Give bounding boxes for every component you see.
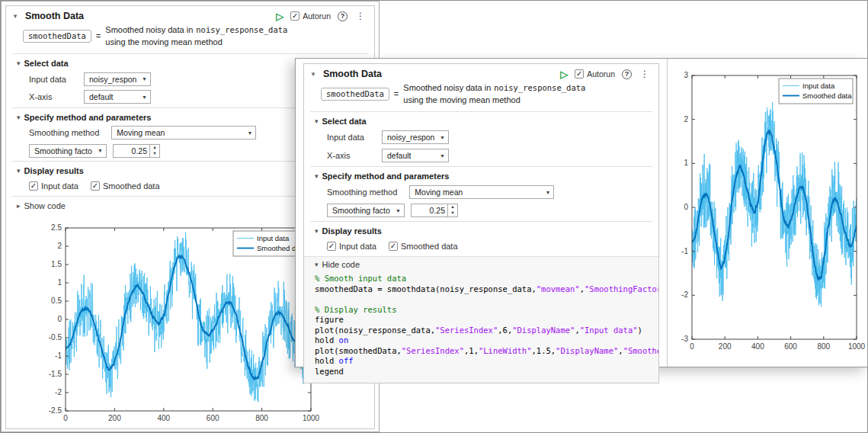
autorun-checkbox[interactable]: ✓ Autorun	[290, 11, 331, 21]
svg-text:0: 0	[63, 414, 68, 422]
section-select-data[interactable]: ▾ Select data	[304, 114, 658, 128]
input-data-checkbox[interactable]: ✓ Input data	[327, 242, 376, 251]
svg-text:-1: -1	[681, 247, 688, 255]
svg-text:Smoothed data: Smoothed data	[802, 91, 852, 100]
summary-prefix: Smoothed noisy data in	[403, 83, 491, 92]
output-variable-chip[interactable]: smoothedData	[23, 30, 91, 43]
autorun-checkbox-box[interactable]: ✓	[575, 69, 584, 79]
spinner-down-icon[interactable]: ▼	[450, 210, 454, 216]
summary-prefix: Smoothed noisy data in	[105, 25, 193, 34]
input-data-value: noisy_respon...	[89, 75, 136, 84]
svg-text:1000: 1000	[303, 414, 320, 422]
smoothed-data-checkbox-label: Smoothed data	[103, 181, 160, 191]
smoothing-factor-label: Smoothing factor	[34, 146, 92, 156]
task-title: Smooth Data	[323, 69, 382, 79]
svg-text:800: 800	[255, 414, 268, 422]
section-expanded-icon: ▾	[315, 117, 319, 125]
svg-text:-0.5: -0.5	[49, 333, 62, 342]
smoothing-method-value: Moving mean	[117, 128, 165, 137]
autorun-checkbox[interactable]: ✓ Autorun	[575, 69, 615, 79]
svg-text:0: 0	[690, 342, 694, 351]
smoothing-factor-input[interactable]: 0.25 ▲ ▼	[113, 144, 160, 158]
svg-text:800: 800	[817, 342, 830, 351]
autorun-checkbox-box[interactable]: ✓	[290, 11, 299, 21]
spinner[interactable]: ▲ ▼	[149, 145, 159, 157]
section-expanded-icon: ▾	[17, 59, 21, 67]
figure-panel: 02004006008001000-3-2-10123Input dataSmo…	[668, 59, 867, 367]
spinner-down-icon[interactable]: ▼	[152, 151, 156, 157]
svg-text:-2.5: -2.5	[49, 406, 62, 415]
section-label: Select data	[24, 59, 69, 68]
checkbox-box[interactable]: ✓	[29, 181, 38, 191]
input-data-checkbox-label: Input data	[339, 242, 376, 251]
section-specify-method[interactable]: ▾ Specify method and parameters	[304, 168, 658, 183]
check-icon: ✓	[92, 182, 98, 190]
autorun-label: Autorun	[303, 11, 331, 21]
svg-text:1: 1	[57, 278, 62, 287]
spinner-up-icon[interactable]: ▲	[152, 145, 156, 151]
svg-text:Input data: Input data	[802, 82, 835, 90]
spinner[interactable]: ▲ ▼	[447, 204, 457, 216]
xaxis-dropdown[interactable]: default ▼	[84, 90, 151, 104]
divider	[310, 221, 652, 222]
xaxis-label: X-axis	[29, 92, 78, 101]
task-collapse-icon[interactable]: ▼	[310, 71, 316, 78]
smoothing-factor-value: 0.25	[114, 145, 149, 157]
smoothed-data-checkbox[interactable]: ✓ Smoothed data	[389, 242, 458, 251]
input-data-row: Input data noisy_respon... ▼	[304, 128, 658, 146]
overflow-menu-icon[interactable]: ⋮	[354, 11, 367, 21]
overflow-menu-icon[interactable]: ⋮	[639, 69, 651, 79]
svg-text:2.5: 2.5	[51, 223, 62, 232]
code-block[interactable]: % Smooth input datasmoothedData = smooth…	[304, 271, 658, 383]
equals-sign: =	[96, 31, 101, 40]
spinner-up-icon[interactable]: ▲	[450, 204, 454, 210]
help-icon[interactable]: ?	[338, 11, 348, 21]
smoothing-factor-row: Smoothing factor ▼ 0.25 ▲ ▼	[304, 201, 658, 220]
hide-code-toggle[interactable]: ▾ Hide code	[304, 257, 658, 271]
input-data-checkbox[interactable]: ✓ Input data	[29, 181, 78, 191]
smoothing-factor-label: Smoothing factor	[332, 206, 390, 215]
xaxis-value: default	[387, 151, 412, 160]
show-code-label: Show code	[24, 201, 66, 210]
smoothing-method-dropdown[interactable]: Moving mean ▼	[111, 126, 256, 140]
task-title: Smooth Data	[25, 11, 84, 21]
front-task-area: ▼ Smooth Data ▷ ✓ Autorun ? ⋮ smoothedDa…	[296, 59, 668, 367]
section-expanded-icon: ▾	[315, 172, 319, 180]
checkbox-box[interactable]: ✓	[91, 181, 100, 191]
summary-variable: noisy_response_data	[196, 25, 287, 34]
xaxis-dropdown[interactable]: default ▼	[382, 149, 449, 162]
task-collapse-icon[interactable]: ▼	[12, 13, 18, 20]
xaxis-label: X-axis	[327, 151, 376, 160]
run-button[interactable]: ▷	[560, 69, 568, 79]
section-label: Specify method and parameters	[24, 113, 152, 122]
input-data-label: Input data	[327, 133, 376, 142]
screenshot-root: ▼ Smooth Data ▷ ✓ Autorun ? ⋮ smoothedDa…	[0, 0, 868, 433]
right-figure[interactable]: 02004006008001000-3-2-10123Input dataSmo…	[669, 65, 866, 364]
smoothing-factor-type-dropdown[interactable]: Smoothing factor ▼	[327, 204, 405, 217]
svg-text:200: 200	[108, 414, 121, 422]
input-data-dropdown[interactable]: noisy_respon... ▼	[382, 130, 449, 144]
chevron-down-icon: ▼	[440, 153, 445, 159]
chevron-down-icon: ▼	[247, 130, 252, 136]
svg-text:2: 2	[57, 242, 62, 250]
svg-text:1: 1	[684, 159, 688, 167]
run-button[interactable]: ▷	[276, 11, 283, 21]
section-display-results[interactable]: ▾ Display results	[304, 223, 658, 238]
smoothing-factor-type-dropdown[interactable]: Smoothing factor ▼	[29, 144, 107, 158]
section-collapsed-icon: ▸	[17, 202, 21, 210]
left-figure[interactable]: 02004006008001000-2.5-2-1.5-1-0.500.511.…	[26, 220, 331, 428]
input-data-dropdown[interactable]: noisy_respon... ▼	[84, 72, 151, 86]
output-variable-chip[interactable]: smoothedData	[321, 88, 389, 101]
section-expanded-icon: ▾	[17, 167, 21, 175]
smoothed-data-checkbox[interactable]: ✓ Smoothed data	[91, 181, 160, 191]
task-summary-text: Smoothed noisy data in noisy_response_da…	[105, 25, 368, 47]
smoothing-factor-input[interactable]: 0.25 ▲ ▼	[411, 204, 458, 217]
svg-text:0: 0	[57, 315, 62, 323]
divider	[310, 166, 652, 167]
smoothing-method-label: Smoothing method	[327, 188, 397, 197]
smoothing-method-dropdown[interactable]: Moving mean ▼	[409, 185, 554, 199]
svg-text:2: 2	[684, 115, 688, 123]
help-icon[interactable]: ?	[622, 69, 632, 79]
checkbox-box[interactable]: ✓	[327, 242, 336, 251]
checkbox-box[interactable]: ✓	[389, 242, 398, 251]
